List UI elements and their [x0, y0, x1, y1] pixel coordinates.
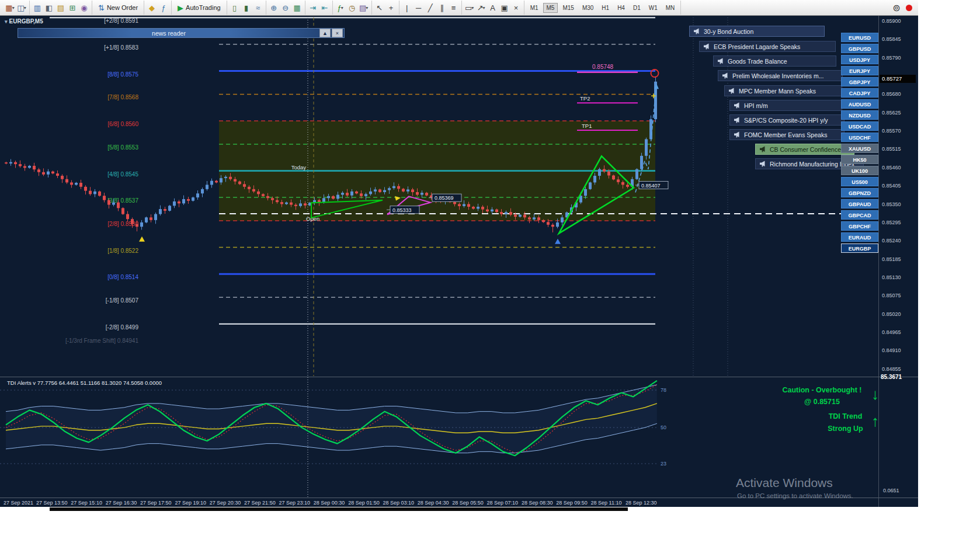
symbol-button-cadjpy[interactable]: CADJPY: [841, 88, 878, 98]
symbol-button-gbpnzd[interactable]: GBPNZD: [841, 188, 878, 197]
symbol-button-nzdusd[interactable]: NZDUSD: [841, 110, 878, 120]
symbol-button-gbpchf[interactable]: GBPCHF: [841, 221, 878, 231]
chart-shift-icon[interactable]: ⇤: [319, 2, 331, 13]
candle-body: [322, 198, 325, 202]
price-scale-tick: 0.85240: [882, 238, 901, 244]
fibonacci-icon[interactable]: ≡: [448, 2, 460, 13]
megaphone-icon: [728, 88, 735, 94]
vertical-line-icon[interactable]: |: [401, 2, 413, 13]
cursor-icon[interactable]: ↖: [374, 2, 385, 13]
news-event-label: 30-y Bond Auction: [704, 28, 753, 35]
autotrading-button[interactable]: ▶AutoTrading: [173, 2, 225, 14]
zoom-out-icon[interactable]: ⊖: [280, 2, 291, 13]
news-event-item[interactable]: Goods Trade Balance: [713, 55, 836, 67]
text-label-icon[interactable]: ▣: [499, 2, 510, 13]
symbol-button-usdjpy[interactable]: USDJPY: [841, 55, 878, 64]
symbol-button-eurusd[interactable]: EURUSD: [841, 33, 878, 42]
templates-icon[interactable]: ▤▾: [358, 2, 370, 13]
news-event-item[interactable]: MPC Member Mann Speaks: [724, 85, 842, 96]
news-event-item[interactable]: CB Consumer Confidence: [755, 144, 854, 155]
new-order-button[interactable]: ⇅New Order: [94, 2, 142, 14]
timeframe-m15[interactable]: M15: [559, 3, 577, 13]
timeframe-w1[interactable]: W1: [645, 3, 661, 13]
expert-advisors-icon[interactable]: ƒ: [158, 2, 169, 13]
new-chart-icon[interactable]: ▦▾: [4, 2, 16, 13]
metaeditor-icon[interactable]: ◆: [146, 2, 158, 13]
timeframe-m1[interactable]: M1: [527, 3, 542, 13]
candle-body: [266, 196, 269, 198]
horizontal-scrollbar[interactable]: [50, 507, 628, 511]
symbol-button-us500[interactable]: US500: [841, 177, 878, 186]
candle-body: [238, 182, 241, 185]
data-window-icon[interactable]: ◧: [43, 2, 55, 13]
timeframe-h4[interactable]: H4: [614, 3, 628, 13]
candle-body: [126, 214, 129, 220]
news-event-label: MPC Member Mann Speaks: [739, 88, 816, 95]
candle-body: [537, 217, 540, 220]
navigator-icon[interactable]: ▤: [55, 2, 67, 13]
chart-bars-icon[interactable]: ▯: [229, 2, 241, 13]
candle-body: [248, 187, 251, 189]
news-event-label: Goods Trade Balance: [728, 58, 787, 65]
candle-body: [215, 181, 218, 183]
timeframe-d1[interactable]: D1: [630, 3, 644, 13]
news-reader-title: news reader: [18, 30, 319, 37]
news-event-item[interactable]: S&P/CS Composite-20 HPI y/y: [729, 114, 845, 126]
symbol-button-eurjpy[interactable]: EURJPY: [841, 66, 878, 75]
candle-body: [201, 189, 204, 193]
symbol-button-usdchf[interactable]: USDCHF: [841, 133, 878, 142]
auto-scroll-icon[interactable]: ⇥: [307, 2, 319, 13]
symbol-button-gbpjpy[interactable]: GBPJPY: [841, 77, 878, 86]
text-icon[interactable]: A: [487, 2, 499, 13]
symbol-button-gbpusd[interactable]: GBPUSD: [841, 44, 878, 53]
symbol-button-eurgbp[interactable]: EURGBP: [841, 244, 878, 253]
expert-advisors-icon: ƒ: [161, 4, 165, 12]
delete-objects-icon[interactable]: ×: [510, 2, 522, 13]
zoom-in-icon[interactable]: ⊕: [268, 2, 280, 13]
strategy-tester-icon[interactable]: ◉: [78, 2, 90, 13]
screen: [+2/8] 0.8591[+1/8] 0.8583[8/8] 0.8575[7…: [0, 0, 980, 546]
chart-line-icon[interactable]: ≈: [252, 2, 264, 13]
news-event-item[interactable]: FOMC Member Evans Speaks: [729, 129, 845, 140]
channel-icon[interactable]: ∥: [436, 2, 448, 13]
symbol-button-gbpcad[interactable]: GBPCAD: [841, 210, 878, 220]
symbol-button-usdcad[interactable]: USDCAD: [841, 121, 878, 131]
terminal-icon[interactable]: ⊞: [67, 2, 78, 13]
price-scale-tick: 0.85515: [882, 146, 901, 152]
symbol-button-hk50[interactable]: HK50: [841, 155, 878, 164]
news-reader-close-button[interactable]: ×: [332, 29, 343, 37]
crosshair-icon[interactable]: +: [385, 2, 397, 13]
symbol-button-gbpaud[interactable]: GBPAUD: [841, 199, 878, 208]
market-watch-icon[interactable]: ▥: [32, 2, 43, 13]
indicators-icon[interactable]: ƒ▾: [335, 2, 346, 13]
symbol-button-uk100[interactable]: UK100: [841, 166, 878, 175]
murrey-level-label: [4/8] 0.8545: [107, 171, 138, 178]
tile-windows-icon[interactable]: ▦: [291, 2, 303, 13]
symbol-button-xauusd[interactable]: XAUUSD: [841, 144, 878, 153]
trendline-icon[interactable]: ╱: [425, 2, 436, 13]
candle-body: [150, 217, 152, 220]
timeframe-m30[interactable]: M30: [579, 3, 597, 13]
price-scale-tick: 0.85570: [882, 128, 901, 134]
symbol-button-euraud[interactable]: EURAUD: [841, 232, 878, 242]
cycles-icon[interactable]: ◷: [346, 2, 358, 13]
symbol-button-audusd[interactable]: AUDUSD: [841, 99, 878, 109]
timeframe-h1[interactable]: H1: [598, 3, 613, 13]
news-reader-collapse-button[interactable]: ▲: [319, 29, 331, 37]
news-event-item[interactable]: HPI m/m: [729, 100, 842, 111]
murrey-level-label: [-2/8] 0.8499: [106, 324, 139, 331]
news-event-item[interactable]: Prelim Wholesale Inventories m...: [718, 70, 843, 81]
arrows-icon[interactable]: ↗▾: [475, 2, 487, 13]
candle-body: [5, 162, 8, 164]
timeframe-mn[interactable]: MN: [662, 3, 679, 13]
timeframe-m5[interactable]: M5: [543, 3, 558, 13]
horizontal-line-icon[interactable]: ─: [413, 2, 425, 13]
news-event-item[interactable]: 30-y Bond Auction: [689, 26, 825, 37]
news-event-item[interactable]: ECB President Lagarde Speaks: [699, 41, 836, 52]
profiles-icon[interactable]: ◫▾: [16, 2, 27, 13]
candle-body: [98, 192, 101, 196]
shapes-icon[interactable]: ▭▾: [464, 2, 475, 13]
zoom-cursor-icon[interactable]: ⊚: [891, 2, 902, 13]
chart-candles-icon[interactable]: ▮: [241, 2, 252, 13]
murrey-level-label: [-1/3rd Frame Shift] 0.84941: [65, 338, 139, 344]
